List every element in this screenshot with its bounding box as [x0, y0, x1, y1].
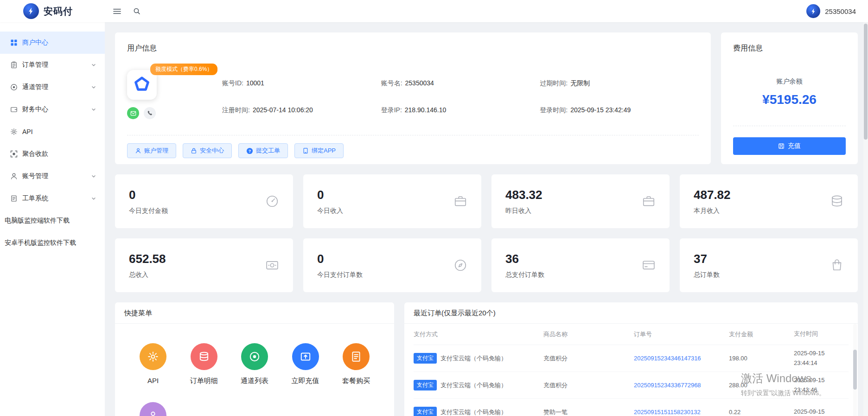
- submit-ticket-button[interactable]: ? 提交工单: [238, 143, 288, 158]
- briefcase-icon: [642, 194, 656, 208]
- sidebar-item-label: 聚合收款: [22, 150, 48, 158]
- sidebar-item-label: 工单系统: [22, 194, 48, 203]
- search-icon[interactable]: [133, 7, 140, 15]
- user-avatar[interactable]: [806, 4, 820, 18]
- quota-mode-badge: 额度模式（费率0.6%）: [150, 64, 217, 75]
- field-account-name: 账号名:25350034: [381, 79, 540, 88]
- table-scrollbar-thumb[interactable]: [853, 350, 857, 390]
- divider: [733, 126, 846, 126]
- quick-item-recharge[interactable]: 立即充值: [287, 343, 324, 385]
- balance-value: ¥5195.26: [733, 92, 846, 107]
- email-icon[interactable]: [127, 107, 139, 119]
- top-header: 安码付 25350034: [0, 0, 868, 22]
- user-info-card: 用户信息 额度模式（费率0.6%）: [115, 32, 711, 164]
- divider: [127, 135, 699, 135]
- brand: 安码付: [0, 3, 105, 19]
- balance-label: 账户余额: [733, 77, 846, 86]
- quick-item-api[interactable]: API: [134, 343, 172, 385]
- security-center-button[interactable]: 安全中心: [183, 143, 232, 158]
- sidebar: 商户中心 订单管理 通道管理 财务中心: [0, 22, 105, 416]
- chevron-down-icon: [91, 84, 96, 90]
- tablet-icon: [302, 147, 309, 154]
- chevron-down-icon: [91, 62, 96, 68]
- window-scrollbar[interactable]: [863, 22, 868, 416]
- stat-card-yesterday-income: 483.32昨日收入: [491, 174, 670, 228]
- order-number-link[interactable]: 20250915234336772968: [634, 382, 701, 389]
- sidebar-item-label: 财务中心: [22, 105, 48, 114]
- card-arrow-up-icon: [292, 343, 319, 370]
- gear-icon: [10, 128, 18, 135]
- orders-table-header: 支付方式 商品名称 订单号 支付金额 支付时间: [414, 324, 849, 345]
- quick-item-order-detail[interactable]: 订单明细: [185, 343, 223, 385]
- shopping-bag-icon: [830, 258, 844, 272]
- document-icon: [343, 343, 370, 370]
- database-icon: [191, 343, 217, 370]
- question-circle-icon: ?: [246, 147, 253, 154]
- sidebar-item-label: 商户中心: [22, 38, 48, 47]
- sidebar-item-aggregate-collection[interactable]: 聚合收款: [0, 143, 105, 165]
- briefcase-icon: [453, 194, 467, 208]
- stat-card-today-pay-amount: 0今日支付金额: [115, 174, 293, 228]
- field-expire-time: 过期时间:无限制: [540, 79, 699, 88]
- sidebar-item-api[interactable]: API: [0, 121, 105, 143]
- sidebar-item-label: 安卓手机版监控软件下载: [5, 239, 76, 247]
- document-icon: [10, 195, 18, 202]
- sidebar-item-merchant-center[interactable]: 商户中心: [0, 32, 105, 54]
- quick-menu-title: 快捷菜单: [115, 302, 394, 324]
- account-manage-button[interactable]: 账户管理: [127, 143, 176, 158]
- app-logo-icon[interactable]: [23, 3, 39, 19]
- sidebar-toggle-icon[interactable]: [113, 8, 121, 15]
- table-scrollbar[interactable]: [853, 324, 857, 416]
- quick-menu-card: 快捷菜单 API 订单明细: [115, 302, 394, 416]
- gauge-icon: [265, 194, 279, 208]
- chevron-down-icon: [91, 196, 96, 201]
- grid-icon: [10, 39, 18, 46]
- order-number-link[interactable]: 20250915234346147316: [634, 355, 701, 362]
- credit-card-icon: [642, 258, 656, 272]
- svg-text:?: ?: [249, 148, 251, 153]
- phone-icon[interactable]: [144, 107, 156, 119]
- qr-scan-icon: [10, 150, 18, 158]
- stat-card-month-income: 487.82本月收入: [680, 174, 858, 228]
- order-row: 支付宝 支付宝云端（个码免输） 充值积分 2025091523433677296…: [414, 372, 849, 399]
- bind-app-button[interactable]: 绑定APP: [294, 143, 344, 158]
- sidebar-item-channel-management[interactable]: 通道管理: [0, 76, 105, 98]
- coins-icon: [830, 194, 844, 208]
- lock-icon: [191, 147, 197, 154]
- user-info-title: 用户信息: [127, 44, 699, 53]
- stat-card-today-pay-orders: 0今日支付订单数: [303, 238, 481, 292]
- header-username: 25350034: [825, 7, 856, 15]
- stat-card-total-pay-orders: 36总支付订单数: [491, 238, 670, 292]
- sidebar-item-pc-monitor-download[interactable]: 电脑版监控端软件下载: [0, 210, 105, 232]
- sidebar-item-label: 订单管理: [22, 61, 48, 69]
- recharge-button[interactable]: 充值: [733, 137, 846, 155]
- sidebar-item-account-management[interactable]: 账号管理: [0, 165, 105, 187]
- chevron-down-icon: [91, 107, 96, 112]
- order-row: 支付宝 支付宝云端（个码免输） 充值积分 2025091523434614731…: [414, 345, 849, 372]
- sidebar-item-label: 电脑版监控端软件下载: [5, 217, 70, 225]
- quick-item-package-buy[interactable]: 套餐购买: [338, 343, 375, 385]
- window-scrollbar-thumb[interactable]: [864, 24, 868, 140]
- user-icon: [10, 173, 18, 180]
- sidebar-item-order-management[interactable]: 订单管理: [0, 54, 105, 76]
- field-register-time: 注册时间:2025-07-14 10:06:20: [222, 106, 381, 115]
- recharge-icon: [778, 143, 785, 149]
- sidebar-item-finance-center[interactable]: 财务中心: [0, 98, 105, 121]
- gear-icon: [140, 343, 166, 370]
- order-number-link[interactable]: 20250915151158230132: [634, 409, 701, 416]
- person-icon: [140, 402, 166, 416]
- alipay-badge: 支付宝: [414, 407, 437, 416]
- user-info-fields: 账号ID:10001 账号名:25350034 过期时间:无限制 注册时间:20…: [222, 61, 699, 129]
- app-name: 安码付: [44, 5, 73, 18]
- recent-orders-card: 最近订单(仅显示最近20个) 支付方式 商品名称 订单号 支付金额 支付时间 支…: [404, 302, 858, 416]
- fee-info-card: 费用信息 账户余额 ¥5195.26 充值: [721, 32, 858, 164]
- sidebar-item-ticket-system[interactable]: 工单系统: [0, 187, 105, 210]
- compass-icon: [453, 258, 467, 272]
- alipay-badge: 支付宝: [414, 380, 437, 390]
- quick-item-channel-list[interactable]: 通道列表: [236, 343, 273, 385]
- sidebar-item-label: 通道管理: [22, 83, 48, 91]
- stat-card-total-income: 652.58总收入: [115, 238, 293, 292]
- sidebar-item-android-monitor-download[interactable]: 安卓手机版监控软件下载: [0, 232, 105, 254]
- field-login-ip: 登录IP:218.90.146.10: [381, 106, 540, 115]
- quick-item-partial[interactable]: [134, 402, 172, 416]
